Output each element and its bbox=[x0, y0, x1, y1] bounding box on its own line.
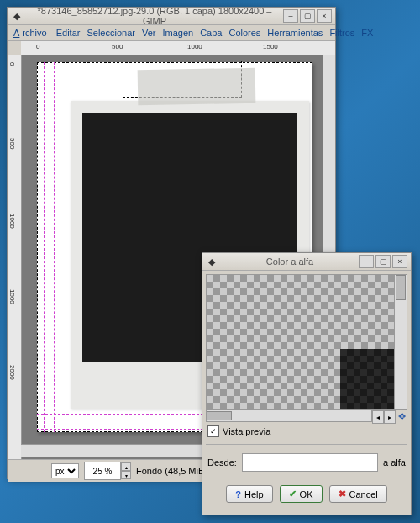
dialog-maximize-button[interactable]: ▢ bbox=[375, 255, 391, 268]
menu-fx[interactable]: FX- bbox=[359, 27, 379, 39]
menubar: Archivo Editar Seleccionar Ver Imagen Ca… bbox=[8, 25, 335, 41]
ruler-tick: 500 bbox=[8, 138, 16, 149]
preview-dark-area bbox=[340, 349, 394, 409]
dialog-close-button[interactable]: × bbox=[392, 255, 407, 268]
menu-ver[interactable]: Ver bbox=[139, 27, 159, 39]
ruler-tick: 0 bbox=[36, 43, 39, 50]
ruler-tick: 0 bbox=[8, 62, 16, 66]
cancel-button[interactable]: ✖Cancel bbox=[329, 485, 387, 503]
color-picker[interactable] bbox=[242, 453, 378, 472]
ok-button[interactable]: ✔OK bbox=[280, 485, 323, 503]
zoom-down[interactable]: ▾ bbox=[121, 471, 131, 479]
ruler-vertical[interactable]: 0 500 1000 1500 2000 bbox=[8, 55, 22, 459]
close-button[interactable]: × bbox=[317, 9, 332, 23]
dialog-title: Color a alfa bbox=[221, 256, 359, 267]
tape bbox=[138, 68, 256, 105]
gimp-icon: ◆ bbox=[11, 10, 23, 22]
ruler-tick: 500 bbox=[112, 43, 123, 50]
preview-scrollbar-h[interactable] bbox=[206, 410, 372, 422]
scrollbar-thumb[interactable] bbox=[396, 275, 406, 300]
ok-icon: ✔ bbox=[289, 489, 297, 499]
scrollbar-thumb[interactable] bbox=[207, 411, 232, 420]
ruler-tick: 1000 bbox=[8, 214, 16, 229]
menu-filtros[interactable]: Filtros bbox=[327, 27, 357, 39]
preview-image[interactable] bbox=[207, 275, 394, 409]
ruler-tick: 1000 bbox=[187, 43, 202, 50]
guide-vertical[interactable] bbox=[54, 62, 55, 432]
unit-select[interactable]: px bbox=[51, 463, 79, 478]
ruler-tick: 1500 bbox=[8, 289, 16, 304]
ruler-horizontal[interactable]: 0 500 1000 1500 bbox=[21, 41, 335, 55]
minimize-button[interactable]: – bbox=[283, 9, 298, 23]
help-icon: ? bbox=[235, 489, 241, 499]
move-icon[interactable]: ✥ bbox=[396, 410, 407, 422]
separator bbox=[206, 444, 407, 445]
cancel-icon: ✖ bbox=[339, 489, 346, 499]
preview-box bbox=[206, 274, 407, 410]
zoom-spinner[interactable]: ▴▾ bbox=[84, 462, 131, 480]
main-title: *873146_85852712.jpg-29.0 (RGB, 1 capa) … bbox=[26, 6, 283, 26]
color-to-alpha-dialog: ◆ Color a alfa – ▢ × ◂ ▸ ✥ ✓ Vista previ… bbox=[202, 252, 412, 515]
menu-colores[interactable]: Colores bbox=[226, 27, 263, 39]
menu-editar[interactable]: Editar bbox=[54, 27, 83, 39]
zoom-input[interactable] bbox=[84, 462, 121, 480]
nav-right-icon[interactable]: ▸ bbox=[384, 410, 396, 424]
menu-herramientas[interactable]: Herramientas bbox=[265, 27, 325, 39]
ruler-tick: 2000 bbox=[8, 365, 16, 380]
ruler-tick: 1500 bbox=[263, 43, 278, 50]
nav-left-icon[interactable]: ◂ bbox=[372, 410, 384, 424]
preview-label: Vista previa bbox=[223, 426, 270, 436]
zoom-up[interactable]: ▴ bbox=[121, 462, 131, 471]
menu-seleccionar[interactable]: Seleccionar bbox=[84, 27, 137, 39]
main-titlebar[interactable]: ◆ *873146_85852712.jpg-29.0 (RGB, 1 capa… bbox=[8, 8, 335, 25]
preview-checkbox[interactable]: ✓ bbox=[207, 425, 219, 437]
guide-vertical[interactable] bbox=[44, 62, 45, 432]
to-alpha-label: a alfa bbox=[383, 457, 406, 468]
status-info: Fondo (48,5 MiB) bbox=[136, 466, 207, 476]
preview-scrollbar-v[interactable] bbox=[394, 275, 407, 409]
menu-capa[interactable]: Capa bbox=[197, 27, 224, 39]
from-label: Desde: bbox=[207, 457, 237, 468]
help-button[interactable]: ?Help bbox=[226, 485, 272, 503]
dialog-titlebar[interactable]: ◆ Color a alfa – ▢ × bbox=[202, 253, 411, 271]
maximize-button[interactable]: ▢ bbox=[300, 9, 315, 23]
menu-imagen[interactable]: Imagen bbox=[160, 27, 196, 39]
dialog-minimize-button[interactable]: – bbox=[359, 255, 374, 268]
gimp-icon: ◆ bbox=[206, 256, 218, 267]
menu-archivo[interactable]: Archivo bbox=[11, 27, 52, 39]
